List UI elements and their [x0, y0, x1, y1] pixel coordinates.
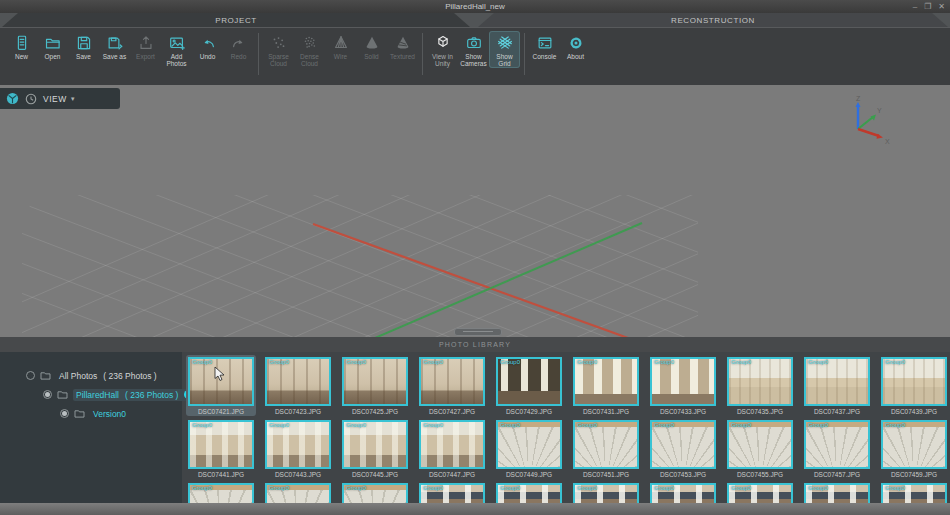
- view-dropdown[interactable]: VIEW ▼: [43, 94, 76, 104]
- thumbnail-group-label: Group0: [346, 359, 366, 365]
- tree-item-pillaredhall[interactable]: PillaredHall( 236 Photos ): [0, 385, 182, 404]
- tree-item-version0[interactable]: Version0: [0, 404, 182, 423]
- x-axis-line: [313, 224, 628, 337]
- thumbnail-dsc07427-jpg[interactable]: Group0DSC07427.JPG: [417, 355, 487, 416]
- toolbar-button-wire[interactable]: Wire: [325, 31, 356, 61]
- thumbnail-filename: DSC07431.JPG: [571, 408, 641, 415]
- thumbnail-image[interactable]: Group0: [650, 357, 716, 406]
- radio-checked-icon[interactable]: [60, 409, 69, 418]
- thumbnail-dsc07453-jpg[interactable]: Group0DSC07453.JPG: [648, 418, 718, 479]
- thumbnail-image[interactable]: Group0: [188, 483, 254, 503]
- thumbnail[interactable]: Group0: [571, 481, 641, 503]
- toolbar-button-console[interactable]: Console: [529, 31, 560, 61]
- tab-project[interactable]: PROJECT: [2, 13, 470, 27]
- toolbar-button-save-as[interactable]: Save as: [99, 31, 130, 61]
- thumbnail-image[interactable]: Group0: [265, 483, 331, 503]
- thumbnail-dsc07443-jpg[interactable]: Group0DSC07443.JPG: [263, 418, 333, 479]
- tab-reconstruction[interactable]: RECONSTRUCTION: [478, 13, 948, 27]
- thumbnail-image[interactable]: Group0: [573, 483, 639, 503]
- toolbar-button-new[interactable]: New: [6, 31, 37, 61]
- thumbnail-image[interactable]: Group0: [804, 483, 870, 503]
- thumbnail-dsc07447-jpg[interactable]: Group0DSC07447.JPG: [417, 418, 487, 479]
- thumbnail-image[interactable]: Group0: [727, 357, 793, 406]
- thumbnail-image[interactable]: Group0: [804, 420, 870, 469]
- thumbnail-image[interactable]: Group0: [881, 483, 947, 503]
- thumbnail-image[interactable]: Group0: [573, 420, 639, 469]
- thumbnail-image[interactable]: Group0: [496, 483, 562, 503]
- thumbnail-image[interactable]: Group0: [573, 357, 639, 406]
- panel-splitter-handle[interactable]: [454, 328, 502, 336]
- thumbnail[interactable]: Group0: [340, 481, 410, 503]
- thumbnail-image[interactable]: Group0: [265, 357, 331, 406]
- thumbnail-dsc07431-jpg[interactable]: Group0DSC07431.JPG: [571, 355, 641, 416]
- thumbnail[interactable]: Group0: [879, 481, 949, 503]
- thumbnail-image[interactable]: Group0: [342, 483, 408, 503]
- thumbnail-image[interactable]: Group0: [419, 483, 485, 503]
- thumbnail-image[interactable]: Group0: [342, 357, 408, 406]
- thumbnail-dsc07451-jpg[interactable]: Group0DSC07451.JPG: [571, 418, 641, 479]
- thumbnail[interactable]: Group0: [494, 481, 564, 503]
- thumbnail-image[interactable]: Group0: [496, 420, 562, 469]
- viewport-3d[interactable]: VIEW ▼ Z Y X: [0, 85, 950, 337]
- thumbnail-image[interactable]: Group0: [650, 483, 716, 503]
- tree-item-all-photos[interactable]: All Photos( 236 Photos ): [0, 366, 182, 385]
- thumbnail[interactable]: Group0: [186, 481, 256, 503]
- thumbnail-dsc07441-jpg[interactable]: Group0DSC07441.JPG: [186, 418, 256, 479]
- thumbnail-dsc07421-jpg[interactable]: Group0DSC07421.JPG: [186, 355, 256, 416]
- toolbar-button-label: Redo: [231, 53, 247, 60]
- toolbar-button-undo[interactable]: Undo: [192, 31, 223, 61]
- thumbnail-image[interactable]: Group0: [419, 357, 485, 406]
- thumbnail-dsc07445-jpg[interactable]: Group0DSC07445.JPG: [340, 418, 410, 479]
- trackball-icon[interactable]: [6, 92, 19, 105]
- restore-button[interactable]: ❐: [924, 2, 931, 11]
- toolbar-button-dense-cloud[interactable]: Dense Cloud: [294, 31, 325, 68]
- toolbar-button-save[interactable]: Save: [68, 31, 99, 61]
- thumbnail-dsc07457-jpg[interactable]: Group0DSC07457.JPG: [802, 418, 872, 479]
- toolbar-button-add-photos[interactable]: Add Photos: [161, 31, 192, 68]
- toolbar-button-export[interactable]: Export: [130, 31, 161, 61]
- toolbar-button-about[interactable]: About: [560, 31, 591, 61]
- thumbnail-dsc07433-jpg[interactable]: Group0DSC07433.JPG: [648, 355, 718, 416]
- thumbnail-dsc07423-jpg[interactable]: Group0DSC07423.JPG: [263, 355, 333, 416]
- thumbnail-image[interactable]: Group0: [881, 420, 947, 469]
- thumbnail-image[interactable]: Group0: [727, 483, 793, 503]
- thumbnail[interactable]: Group0: [648, 481, 718, 503]
- toolbar-button-solid[interactable]: Solid: [356, 31, 387, 61]
- toolbar-button-textured[interactable]: Textured: [387, 31, 418, 61]
- thumbnail-dsc07455-jpg[interactable]: Group0DSC07455.JPG: [725, 418, 795, 479]
- thumbnail-dsc07435-jpg[interactable]: Group0DSC07435.JPG: [725, 355, 795, 416]
- thumbnail-dsc07425-jpg[interactable]: Group0DSC07425.JPG: [340, 355, 410, 416]
- thumbnail[interactable]: Group0: [725, 481, 795, 503]
- minimize-button[interactable]: –: [913, 2, 917, 11]
- thumbnail-image[interactable]: Group0: [342, 420, 408, 469]
- close-button[interactable]: ✕: [938, 2, 945, 11]
- history-clock-icon[interactable]: [25, 93, 37, 105]
- thumbnail[interactable]: Group0: [417, 481, 487, 503]
- thumbnail[interactable]: Group0: [263, 481, 333, 503]
- thumbnail-image[interactable]: Group0: [188, 420, 254, 469]
- toolbar-button-label: Export: [136, 53, 155, 60]
- radio-unchecked-icon[interactable]: [26, 371, 35, 380]
- thumbnail-image[interactable]: Group0: [496, 357, 562, 406]
- toolbar-button-view-in-unity[interactable]: View in Unity: [427, 31, 458, 68]
- thumbnail-dsc07459-jpg[interactable]: Group0DSC07459.JPG: [879, 418, 949, 479]
- toolbar-button-redo[interactable]: Redo: [223, 31, 254, 61]
- toolbar-button-open[interactable]: Open: [37, 31, 68, 61]
- toolbar-button-show-cameras[interactable]: Show Cameras: [458, 31, 489, 68]
- thumbnail-dsc07437-jpg[interactable]: Group0DSC07437.JPG: [802, 355, 872, 416]
- toolbar-button-sparse-cloud[interactable]: Sparse Cloud: [263, 31, 294, 68]
- thumbnail-dsc07429-jpg[interactable]: Group0DSC07429.JPG: [494, 355, 564, 416]
- thumbnail-image[interactable]: Group0: [419, 420, 485, 469]
- thumbnail-image[interactable]: Group0: [804, 357, 870, 406]
- radio-checked-icon[interactable]: [43, 390, 52, 399]
- thumbnail-image[interactable]: Group0: [265, 420, 331, 469]
- thumbnail-image[interactable]: Group0: [881, 357, 947, 406]
- thumbnail-dsc07449-jpg[interactable]: Group0DSC07449.JPG: [494, 418, 564, 479]
- thumbnail-dsc07439-jpg[interactable]: Group0DSC07439.JPG: [879, 355, 949, 416]
- axis-label-y: Y: [877, 107, 882, 114]
- thumbnail-image[interactable]: Group0: [727, 420, 793, 469]
- thumbnail[interactable]: Group0: [802, 481, 872, 503]
- toolbar-button-show-grid[interactable]: Show Grid: [489, 31, 520, 68]
- title-bar[interactable]: PillaredHall_new – ❐ ✕: [0, 0, 950, 13]
- thumbnail-image[interactable]: Group0: [650, 420, 716, 469]
